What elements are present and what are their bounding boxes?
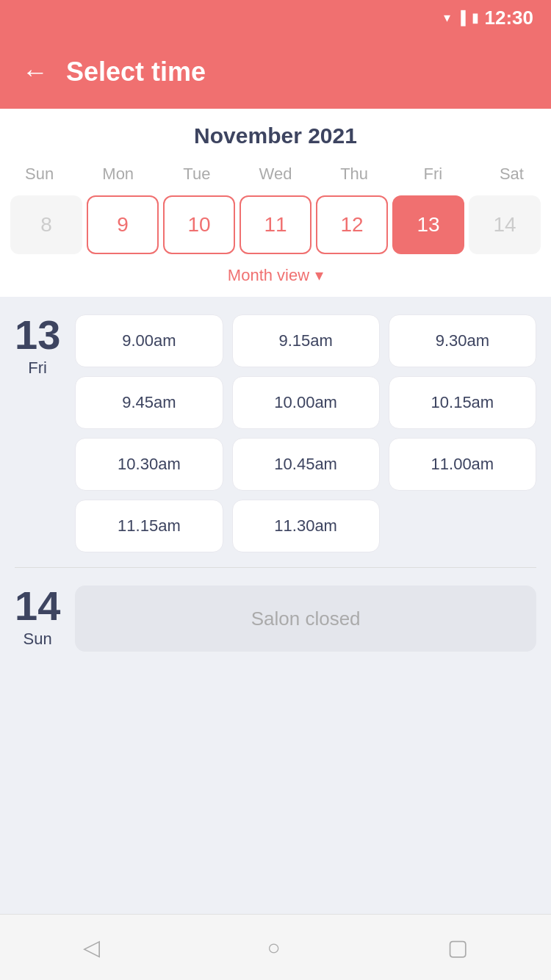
nav-back-icon[interactable]: ◁ xyxy=(83,934,100,960)
weekday-sun: Sun xyxy=(0,160,79,188)
back-button[interactable]: ← xyxy=(22,59,48,85)
slot-1030am[interactable]: 10.30am xyxy=(75,438,223,491)
day-14-slots: 14 Sun Salon closed xyxy=(0,568,551,666)
battery-icon: ▮ xyxy=(472,10,479,26)
weekday-thu: Thu xyxy=(315,160,394,188)
slot-945am[interactable]: 9.45am xyxy=(75,376,223,429)
weekday-tue: Tue xyxy=(157,160,236,188)
slot-1015am[interactable]: 10.15am xyxy=(389,376,536,429)
day-10[interactable]: 10 xyxy=(163,195,235,254)
slot-1045am[interactable]: 10.45am xyxy=(232,438,380,491)
slot-1000am[interactable]: 10.00am xyxy=(232,376,380,429)
day-9[interactable]: 9 xyxy=(87,195,159,254)
slot-1115am[interactable]: 11.15am xyxy=(75,500,223,552)
weekday-wed: Wed xyxy=(236,160,314,188)
slot-1100am[interactable]: 11.00am xyxy=(389,438,536,491)
day-13-slots: 13 Fri 9.00am 9.15am 9.30am 9.45am 10.00… xyxy=(0,297,551,567)
slot-1130am[interactable]: 11.30am xyxy=(232,500,380,552)
day-13-label: 13 Fri xyxy=(15,314,60,378)
month-view-toggle[interactable]: Month view ▾ xyxy=(0,266,551,285)
chevron-down-icon: ▾ xyxy=(315,266,323,285)
day-14-name: Sun xyxy=(15,630,60,649)
page-title: Select time xyxy=(66,57,206,87)
month-year-label: November 2021 xyxy=(0,123,551,148)
weekday-sat: Sat xyxy=(472,160,551,188)
slots-section: 13 Fri 9.00am 9.15am 9.30am 9.45am 10.00… xyxy=(0,297,551,914)
calendar-section: November 2021 Sun Mon Tue Wed Thu Fri Sa… xyxy=(0,109,551,297)
nav-home-icon[interactable]: ○ xyxy=(267,935,280,960)
slot-915am[interactable]: 9.15am xyxy=(232,314,380,367)
day-11[interactable]: 11 xyxy=(240,195,311,254)
status-icons: ▾ ▐ ▮ 12:30 xyxy=(444,7,533,29)
day-13-name: Fri xyxy=(15,359,60,378)
month-view-label: Month view xyxy=(228,266,309,285)
slot-930am[interactable]: 9.30am xyxy=(389,314,536,367)
signal-icon: ▐ xyxy=(456,10,466,26)
wifi-icon: ▾ xyxy=(444,10,450,26)
day-8[interactable]: 8 xyxy=(10,195,82,254)
status-bar: ▾ ▐ ▮ 12:30 xyxy=(0,0,551,35)
day-14-label: 14 Sun xyxy=(15,586,60,649)
day-13[interactable]: 13 xyxy=(392,195,464,254)
salon-closed-label: Salon closed xyxy=(75,586,536,652)
weekday-headers: Sun Mon Tue Wed Thu Fri Sat xyxy=(0,160,551,188)
day-14-number: 14 xyxy=(15,586,60,627)
weekday-fri: Fri xyxy=(394,160,472,188)
header: ← Select time xyxy=(0,35,551,109)
day-12[interactable]: 12 xyxy=(316,195,388,254)
time-grid-13: 9.00am 9.15am 9.30am 9.45am 10.00am 10.1… xyxy=(75,314,536,552)
day-14[interactable]: 14 xyxy=(469,195,541,254)
day-13-number: 13 xyxy=(15,314,60,356)
week-row: 8 9 10 11 12 13 14 xyxy=(0,195,551,254)
status-time: 12:30 xyxy=(485,7,534,29)
bottom-nav: ◁ ○ ▢ xyxy=(0,914,551,980)
weekday-mon: Mon xyxy=(79,160,157,188)
nav-recent-icon[interactable]: ▢ xyxy=(447,934,468,960)
slot-900am[interactable]: 9.00am xyxy=(75,314,223,367)
